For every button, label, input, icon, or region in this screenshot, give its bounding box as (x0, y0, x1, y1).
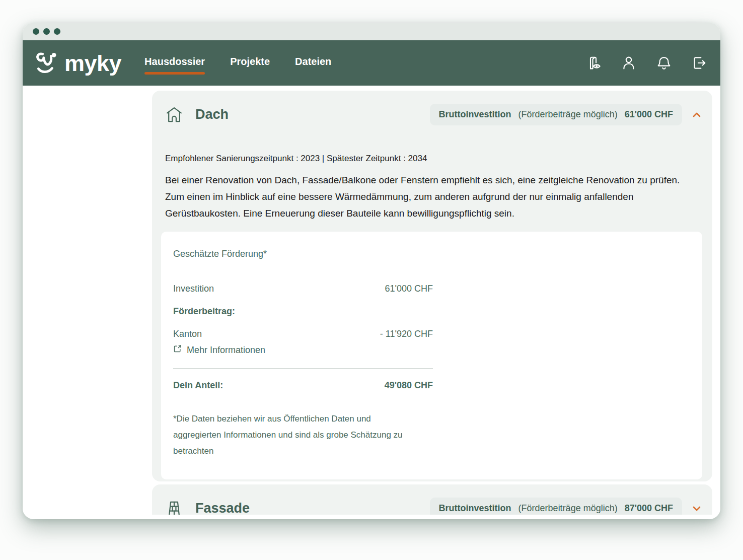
nav-projekte[interactable]: Projekte (230, 53, 270, 75)
total-label: Dein Anteil: (173, 380, 223, 391)
nav-hausdossier[interactable]: Hausdossier (144, 53, 205, 75)
badge-label: Bruttoinvestition (439, 503, 511, 514)
brand-logo[interactable]: myky (33, 51, 121, 75)
section-title: Fassade (195, 501, 250, 515)
window-control-minimize[interactable] (43, 28, 50, 35)
nav-dateien[interactable]: Dateien (295, 53, 331, 75)
facade-icon (165, 500, 183, 515)
bruttoinvestition-badge: Bruttoinvestition (Förderbeiträge möglic… (430, 104, 682, 125)
myky-logo-icon (33, 51, 60, 75)
link-label: Mehr Informationen (187, 345, 265, 356)
badge-amount: 61'000 CHF (625, 109, 673, 120)
card-title: Geschätzte Förderung* (173, 249, 690, 259)
document-preview-icon[interactable] (585, 55, 602, 71)
section-fassade: Fassade Bruttoinvestition (Förderbeiträg… (152, 484, 712, 515)
badge-note: (Förderbeiträge möglich) (518, 109, 618, 120)
bruttoinvestition-badge: Bruttoinvestition (Förderbeiträge möglic… (430, 498, 682, 515)
section-fassade-header[interactable]: Fassade Bruttoinvestition (Förderbeiträg… (152, 484, 712, 515)
row-kanton: Kanton - 11'920 CHF (173, 329, 433, 339)
card-divider (173, 369, 433, 369)
section-dach: Dach Bruttoinvestition (Förderbeiträge m… (152, 91, 712, 481)
row-label: Förderbeitrag: (173, 306, 235, 317)
external-link-icon (173, 344, 182, 356)
foerderung-card: Geschätzte Förderung* Investition 61'000… (161, 232, 702, 479)
logout-icon[interactable] (691, 55, 707, 71)
row-foerderbeitrag: Förderbeitrag: (173, 306, 433, 317)
row-label: Kanton (173, 329, 202, 339)
brand-name: myky (64, 52, 121, 75)
row-dein-anteil: Dein Anteil: 49'080 CHF (173, 380, 433, 391)
row-value: 61'000 CHF (385, 284, 433, 294)
chevron-down-icon[interactable] (690, 502, 703, 515)
section-dach-header[interactable]: Dach Bruttoinvestition (Förderbeiträge m… (152, 91, 712, 125)
total-value: 49'080 CHF (385, 380, 433, 391)
app-header: myky Hausdossier Projekte Dateien (23, 40, 720, 86)
renovation-timing-text: Empfohlener Sanierungszeitpunkt : 2023 |… (165, 154, 699, 164)
house-icon (165, 106, 183, 124)
row-value: - 11'920 CHF (380, 329, 433, 339)
notifications-icon[interactable] (656, 55, 672, 71)
page-content: Dach Bruttoinvestition (Förderbeiträge m… (23, 86, 720, 519)
row-investition: Investition 61'000 CHF (173, 284, 433, 294)
section-description: Bei einer Renovation von Dach, Fassade/B… (165, 172, 699, 222)
window-titlebar (23, 23, 720, 40)
badge-note: (Förderbeiträge möglich) (518, 503, 618, 514)
window-control-close[interactable] (33, 28, 39, 35)
card-footnote: *Die Daten beziehen wir aus Öffentlichen… (173, 411, 415, 459)
browser-window: myky Hausdossier Projekte Dateien (23, 23, 720, 519)
desktop-background: myky Hausdossier Projekte Dateien (0, 0, 743, 560)
user-icon[interactable] (621, 55, 637, 71)
section-title: Dach (195, 107, 229, 122)
main-nav: Hausdossier Projekte Dateien (144, 53, 331, 75)
header-icon-group (585, 55, 707, 71)
badge-amount: 87'000 CHF (625, 503, 673, 514)
row-label: Investition (173, 284, 214, 294)
mehr-informationen-link[interactable]: Mehr Informationen (173, 344, 690, 356)
window-control-maximize[interactable] (54, 28, 60, 35)
chevron-up-icon[interactable] (690, 108, 703, 121)
badge-label: Bruttoinvestition (439, 109, 511, 120)
